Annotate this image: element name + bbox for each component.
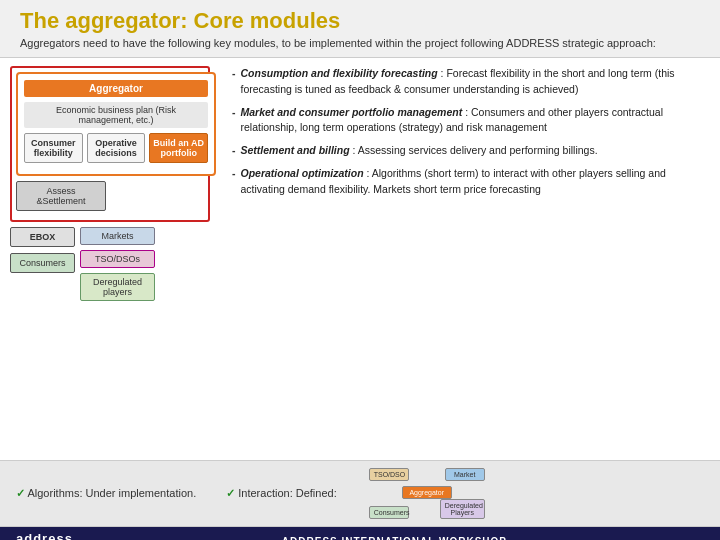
bullet-1: - Consumption and flexibility forecastin… — [232, 66, 704, 96]
operative-decisions-box: Operativedecisions — [87, 133, 146, 163]
dereg-box: Deregulatedplayers — [80, 273, 155, 301]
bullet-2-title: Market and consumer portfolio management — [241, 106, 463, 118]
sd-tso: TSO/DSO — [369, 468, 409, 481]
left-diagram: Aggregator Economic business plan (Risk … — [10, 66, 220, 440]
bullet-3-text: : Assessing services delivery and perfor… — [353, 144, 598, 156]
sd-aggregator: Aggregator — [402, 486, 452, 499]
page-title: The aggregator: Core modules — [20, 8, 700, 34]
logo-text: address — [16, 531, 73, 540]
inner-modules: Consumerflexibility Operativedecisions B… — [24, 133, 208, 163]
markets-box: Markets — [80, 227, 155, 245]
sd-dereg: DeregulatedPlayers — [440, 499, 485, 519]
footer-center: ADDRESS INTERNATIONAL WORKSHOP Paris, Ju… — [85, 536, 704, 540]
bottom-section: EBOX Consumers Markets TSO/DSOs Deregula… — [10, 227, 210, 301]
bullet-2: - Market and consumer portfolio manageme… — [232, 105, 704, 135]
tso-box: TSO/DSOs — [80, 250, 155, 268]
bullet-4-title: Operational optimization — [241, 167, 364, 179]
consumer-flexibility-box: Consumerflexibility — [24, 133, 83, 163]
left-items: EBOX Consumers — [10, 227, 75, 301]
header: The aggregator: Core modules Aggregators… — [0, 0, 720, 58]
bottom-bar: ✓ Algorithms: Under implementation. ✓ In… — [0, 460, 720, 540]
check-icon-1: ✓ — [16, 487, 25, 499]
bullet-4: - Operational optimization : Algorithms … — [232, 166, 704, 196]
aggregator-wrapper: Aggregator Economic business plan (Risk … — [10, 66, 210, 222]
econ-label: Economic business plan (Risk management,… — [24, 102, 208, 128]
main-content: Aggregator Economic business plan (Risk … — [0, 58, 720, 448]
aggregator-label: Aggregator — [24, 80, 208, 97]
small-diag-inner: TSO/DSO Market Aggregator Consumers Dere… — [367, 466, 487, 521]
bullet-3-title: Settlement and billing — [241, 144, 350, 156]
logo-area: address interactiveenergy — [16, 531, 73, 540]
slide: The aggregator: Core modules Aggregators… — [0, 0, 720, 540]
bullet-3: - Settlement and billing : Assessing ser… — [232, 143, 704, 158]
algorithms-text: ✓ Algorithms: Under implementation. — [16, 487, 196, 500]
check-icon-2: ✓ — [226, 487, 235, 499]
algorithms-row: ✓ Algorithms: Under implementation. ✓ In… — [0, 461, 720, 527]
right-text: - Consumption and flexibility forecastin… — [232, 66, 704, 440]
right-items: Markets TSO/DSOs Deregulatedplayers — [80, 227, 155, 301]
build-ad-box: Build an ADportfolio — [149, 133, 208, 163]
bullet-1-title: Consumption and flexibility forecasting — [241, 67, 438, 79]
subtitle: Aggregators need to have the following k… — [20, 36, 700, 51]
footer-row: address interactiveenergy ADDRESS INTERN… — [0, 527, 720, 540]
footer-workshop: ADDRESS INTERNATIONAL WORKSHOP — [282, 536, 507, 540]
ebox-box: EBOX — [10, 227, 75, 247]
sd-consumers: Consumers — [369, 506, 409, 519]
assess-box: Assess&Settlement — [16, 181, 106, 211]
aggregator-container: Aggregator Economic business plan (Risk … — [16, 72, 216, 176]
interaction-text: ✓ Interaction: Defined: — [226, 487, 337, 500]
consumers-box: Consumers — [10, 253, 75, 273]
small-diagram: TSO/DSO Market Aggregator Consumers Dere… — [367, 466, 487, 521]
sd-market: Market — [445, 468, 485, 481]
